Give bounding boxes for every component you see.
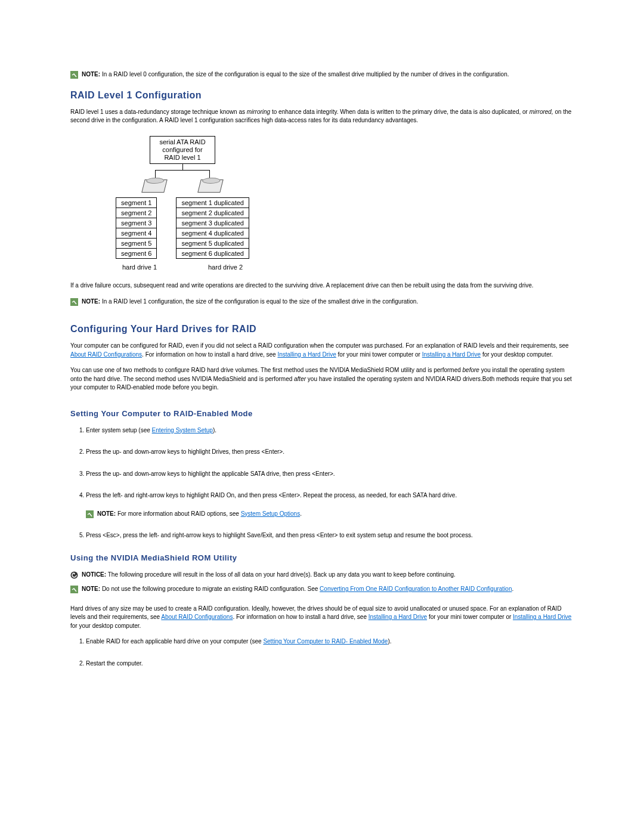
link-install-hdd-dt-2[interactable]: Installing a Hard Drive bbox=[513, 614, 571, 620]
notice-icon bbox=[70, 571, 78, 579]
link-install-hdd-mt-2[interactable]: Installing a Hard Drive bbox=[369, 614, 427, 620]
document-body: NOTE: In a RAID level 0 configuration, t… bbox=[0, 0, 644, 717]
steps-mediashield: Enable RAID for each applicable hard dri… bbox=[70, 637, 574, 668]
list-item: Enter system setup (see Entering System … bbox=[86, 426, 574, 435]
heading-configuring: Configuring Your Hard Drives for RAID bbox=[70, 324, 574, 335]
link-entering-system-setup[interactable]: Entering System Setup bbox=[152, 427, 213, 433]
table-row: segment 6 bbox=[116, 249, 157, 259]
drive-label: hard drive 2 bbox=[208, 264, 243, 271]
link-system-setup-options[interactable]: System Setup Options bbox=[241, 510, 301, 517]
heading-raid1: RAID Level 1 Configuration bbox=[70, 90, 574, 101]
table-row: segment 3 bbox=[116, 218, 157, 228]
link-converting-raid[interactable]: Converting From One RAID Configuration t… bbox=[320, 586, 512, 592]
note-raid1: NOTE: In a RAID level 1 configuration, t… bbox=[70, 298, 574, 306]
heading-mediashield: Using the NVIDIA MediaShield ROM Utility bbox=[70, 553, 574, 562]
note-icon bbox=[86, 510, 94, 518]
steps-setting-raid: Enter system setup (see Entering System … bbox=[70, 426, 574, 540]
note-text: NOTE: For more information about RAID op… bbox=[97, 510, 302, 519]
left-segment-table: segment 1 segment 2 segment 3 segment 4 … bbox=[116, 197, 157, 259]
table-row: segment 1 duplicated bbox=[177, 198, 249, 208]
notice-text: NOTICE: The following procedure will res… bbox=[82, 571, 456, 580]
link-install-hdd-mt[interactable]: Installing a Hard Drive bbox=[277, 351, 336, 358]
link-about-raid-2[interactable]: About RAID Configurations bbox=[161, 614, 233, 620]
table-row: segment 5 bbox=[116, 239, 157, 249]
raid1-paragraph: RAID level 1 uses a data-redundancy stor… bbox=[70, 108, 574, 125]
diagram-drives bbox=[99, 165, 266, 194]
link-install-hdd-dt[interactable]: Installing a Hard Drive bbox=[422, 351, 481, 358]
note-icon bbox=[70, 586, 78, 593]
note-text: NOTE: Do not use the following procedure… bbox=[82, 585, 513, 594]
list-item: Restart the computer. bbox=[86, 659, 574, 668]
table-row: segment 4 bbox=[116, 228, 157, 239]
list-item: Press the left- and right-arrow keys to … bbox=[86, 491, 574, 518]
link-setting-raid-mode[interactable]: Setting Your Computer to RAID- Enabled M… bbox=[263, 638, 388, 645]
configuring-para1: Your computer can be configured for RAID… bbox=[70, 342, 574, 359]
raid1-post-diagram: If a drive failure occurs, subsequent re… bbox=[70, 281, 574, 290]
note-text: NOTE: In a RAID level 0 configuration, t… bbox=[82, 70, 509, 79]
table-row: segment 2 duplicated bbox=[177, 208, 249, 218]
note-text: NOTE: In a RAID level 1 configuration, t… bbox=[82, 298, 418, 306]
note-icon bbox=[70, 71, 78, 79]
link-about-raid[interactable]: About RAID Configurations bbox=[70, 351, 142, 358]
drive-icon bbox=[141, 179, 167, 193]
table-row: segment 1 bbox=[116, 198, 157, 208]
list-item: Enable RAID for each applicable hard dri… bbox=[86, 637, 574, 646]
diagram-title: serial ATA RAID configured for RAID leve… bbox=[150, 136, 215, 165]
notice-mediashield: NOTICE: The following procedure will res… bbox=[70, 571, 574, 580]
table-row: segment 6 duplicated bbox=[177, 249, 249, 259]
drive-label: hard drive 1 bbox=[122, 264, 157, 271]
table-row: segment 5 duplicated bbox=[177, 239, 249, 249]
table-row: segment 2 bbox=[116, 208, 157, 218]
list-item: Press <Esc>, press the left- and right-a… bbox=[86, 531, 574, 540]
table-row: segment 3 duplicated bbox=[177, 218, 249, 228]
drive-icon bbox=[197, 179, 223, 193]
heading-setting-raid-mode: Setting Your Computer to RAID-Enabled Mo… bbox=[70, 409, 574, 418]
note-icon bbox=[70, 298, 78, 306]
table-row: segment 4 duplicated bbox=[177, 228, 249, 239]
note-raid0: NOTE: In a RAID level 0 configuration, t… bbox=[70, 70, 574, 79]
configuring-para2: You can use one of two methods to config… bbox=[70, 366, 574, 392]
right-segment-table: segment 1 duplicated segment 2 duplicate… bbox=[176, 197, 249, 259]
list-item: Press the up- and down-arrow keys to hig… bbox=[86, 448, 574, 457]
list-item: Press the up- and down-arrow keys to hig… bbox=[86, 470, 574, 479]
mediashield-para: Hard drives of any size may be used to c… bbox=[70, 605, 574, 631]
note-mediashield: NOTE: Do not use the following procedure… bbox=[70, 585, 574, 594]
raid1-diagram: serial ATA RAID configured for RAID leve… bbox=[99, 136, 266, 271]
note-label: NOTE: bbox=[82, 71, 100, 78]
